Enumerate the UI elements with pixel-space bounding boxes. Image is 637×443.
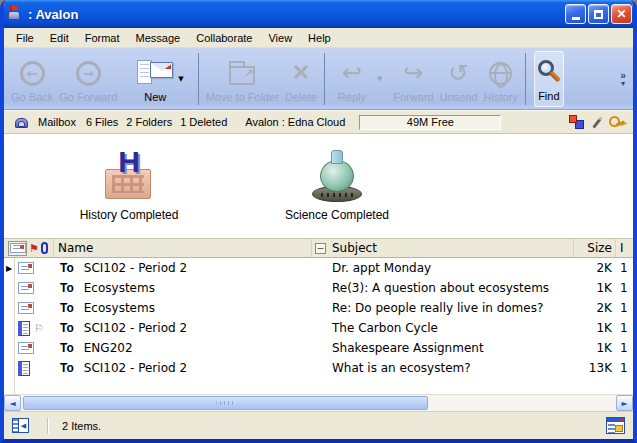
find-button[interactable]: Find — [534, 51, 564, 107]
shortcut-science-completed[interactable]: Science Completed — [272, 148, 402, 222]
message-subject: Re(3): A question about ecosystems — [312, 281, 573, 295]
move-to-folder-icon — [229, 66, 255, 85]
toolbar-separator — [525, 53, 526, 105]
message-row[interactable]: ▶ ToSCI102 - Period 2 Dr. appt Monday 2K… — [4, 258, 633, 278]
reply-button: ↩ Reply — [335, 51, 369, 107]
menu-format[interactable]: Format — [77, 30, 128, 46]
maximize-button[interactable] — [588, 4, 609, 24]
recipient-name: ENG202 — [84, 341, 133, 355]
go-forward-icon: → — [76, 61, 101, 86]
message-row[interactable]: ⚐ ToSCI102 - Period 2 The Carbon Cycle 1… — [4, 318, 633, 338]
collapse-panel-button[interactable]: ◀ — [12, 418, 29, 433]
message-row[interactable]: ToEcosystems Re(3): A question about eco… — [4, 278, 633, 298]
flag-column-icon[interactable]: ⚑ — [29, 243, 39, 254]
reply-dropdown-arrow: ▼ — [377, 75, 382, 83]
maximize-icon — [594, 10, 603, 19]
scrollbar-thumb[interactable] — [23, 396, 428, 410]
menu-collaborate[interactable]: Collaborate — [188, 30, 260, 46]
toolbar-overflow-chevron[interactable]: » ▾ — [615, 51, 631, 107]
truncated-column-header[interactable]: I — [615, 239, 633, 257]
notebook-icon — [18, 361, 30, 376]
message-size: 1K — [573, 341, 615, 355]
items-count: 2 Items. — [62, 420, 101, 432]
message-size: 1K — [573, 321, 615, 335]
account-label: Avalon : Edna Cloud — [245, 116, 345, 128]
name-column-header[interactable]: Name — [54, 239, 312, 257]
message-row[interactable]: ToEcosystems Re: Do people really live i… — [4, 298, 633, 318]
recipient-name: SCI102 - Period 2 — [84, 361, 187, 375]
minimize-button[interactable] — [565, 4, 586, 24]
message-size: 2K — [573, 301, 615, 315]
message-subject: What is an ecosystem? — [312, 361, 573, 375]
menu-edit[interactable]: Edit — [42, 30, 77, 46]
menu-file[interactable]: File — [8, 30, 42, 46]
notebook-icon — [18, 321, 30, 336]
horizontal-scrollbar: ◄ ► — [4, 394, 633, 411]
selection-arrow-icon: ▶ — [4, 264, 14, 273]
attachment-column-icon[interactable] — [41, 242, 48, 254]
science-flask-icon — [307, 150, 367, 202]
panel-left-arrow-icon: ◀ — [19, 422, 28, 430]
message-row[interactable]: ToENG202 Shakespeare Assignment 1K 1 — [4, 338, 633, 358]
history-building-icon: H — [101, 151, 157, 201]
message-size: 1K — [573, 281, 615, 295]
go-forward-button: → Go Forward — [56, 51, 120, 107]
size-column-header[interactable]: Size — [573, 239, 615, 257]
scroll-left-button[interactable]: ◄ — [4, 395, 21, 411]
truncated-cell: 1 — [615, 321, 633, 335]
menu-help[interactable]: Help — [300, 30, 339, 46]
free-space-indicator: 49M Free — [359, 115, 501, 130]
deleted-count: 1 Deleted — [180, 116, 227, 128]
truncated-cell: 1 — [615, 361, 633, 375]
files-count: 6 Files — [86, 116, 118, 128]
folders-count: 2 Folders — [126, 116, 172, 128]
message-size: 2K — [573, 261, 615, 275]
recipient-name: Ecosystems — [84, 301, 155, 315]
message-subject: The Carbon Cycle — [312, 321, 573, 335]
forward-mail-icon: ↪ — [403, 61, 423, 85]
envelope-icon — [18, 282, 34, 294]
message-subject: Re: Do people really live in domes? — [312, 301, 573, 315]
reply-icon: ↩ — [342, 61, 362, 85]
key-icon[interactable] — [609, 116, 625, 128]
delete-icon: ✕ — [292, 60, 310, 86]
envelope-icon — [18, 302, 34, 314]
envelope-icon — [18, 342, 34, 354]
titlebar[interactable]: : Avalon ✕ — [0, 0, 637, 28]
message-row[interactable]: ToSCI102 - Period 2 What is an ecosystem… — [4, 358, 633, 378]
collapse-all-button[interactable]: − — [315, 243, 326, 254]
menubar: File Edit Format Message Collaborate Vie… — [4, 28, 633, 48]
location-label: Mailbox — [38, 116, 76, 128]
go-back-button: ← Go Back — [8, 51, 56, 107]
toolbar-separator — [198, 53, 199, 105]
move-to-folder-button: Move to Folder — [203, 51, 282, 107]
layout-view-button[interactable] — [606, 417, 625, 434]
new-message-icon — [137, 58, 173, 88]
go-back-icon: ← — [20, 61, 45, 86]
message-subject: Dr. appt Monday — [312, 261, 573, 275]
envelope-icon — [10, 243, 26, 253]
close-button[interactable]: ✕ — [611, 4, 632, 24]
recipient-name: SCI102 - Period 2 — [84, 321, 187, 335]
overlapping-squares-icon[interactable] — [569, 115, 584, 129]
scroll-right-button[interactable]: ► — [616, 395, 633, 411]
subject-column-header[interactable]: − Subject — [312, 239, 573, 257]
app-window: : Avalon ✕ File Edit Format Message Coll… — [0, 0, 637, 443]
message-list-header: ⚑ Name − Subject Size I — [4, 238, 633, 258]
toolbar: ← Go Back → Go Forward New ▼ Move to Fol… — [4, 48, 633, 110]
mailbox-icon — [14, 115, 30, 129]
message-type-column-button[interactable] — [8, 241, 27, 256]
recipient-name: SCI102 - Period 2 — [84, 261, 187, 275]
new-message-button[interactable]: New — [134, 51, 176, 107]
new-dropdown-arrow[interactable]: ▼ — [178, 75, 183, 83]
flag-icon: ⚐ — [34, 322, 44, 335]
toolbar-separator — [324, 53, 325, 105]
delete-button: ✕ Delete — [282, 51, 320, 107]
history-button: History — [481, 51, 521, 107]
shortcut-history-completed[interactable]: H History Completed — [64, 148, 194, 222]
pencil-icon[interactable] — [592, 116, 602, 128]
menu-message[interactable]: Message — [128, 30, 189, 46]
menu-view[interactable]: View — [260, 30, 300, 46]
scrollbar-track[interactable] — [21, 395, 616, 411]
history-globe-icon — [489, 62, 512, 85]
